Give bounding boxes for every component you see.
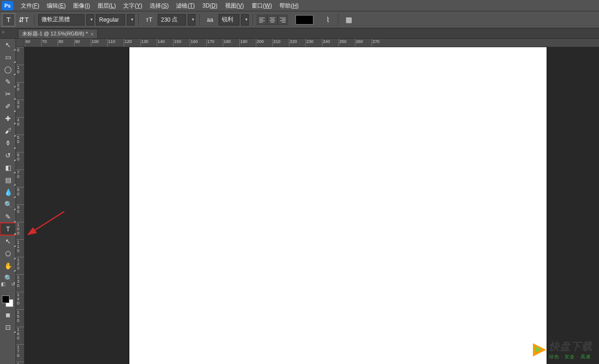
ruler-v-label: 1 0 xyxy=(17,66,24,74)
horizontal-ruler[interactable]: 6070809010011012013014015016017018019020… xyxy=(25,39,599,47)
tabs-handle-icon[interactable]: » xyxy=(2,29,8,36)
ruler-h-label: 260 xyxy=(356,39,363,44)
watermark-sub-text: 绿色 · 安全 · 高速 xyxy=(549,354,592,360)
ruler-h-label: 60 xyxy=(25,39,30,44)
ruler-v-label: 7 0 xyxy=(17,170,24,179)
dodge-tool[interactable]: 🔍 xyxy=(0,198,16,211)
menu-item-0[interactable]: 文件(F) xyxy=(17,0,43,11)
quick-select-tool[interactable]: ✎ xyxy=(0,76,16,88)
ruler-h-label: 70 xyxy=(42,39,47,44)
type-tool-indicator-icon: T xyxy=(2,13,15,26)
ruler-v-label: 1 7 0 xyxy=(17,345,24,358)
healing-tool[interactable]: ✚ xyxy=(0,112,16,125)
font-style-dropdown-arrow[interactable]: ▼ xyxy=(127,14,135,25)
ruler-v-label: 2 0 xyxy=(17,83,24,92)
swap-reset-colors[interactable]: ◧↺ xyxy=(0,286,16,293)
vertical-ruler[interactable]: 01 02 03 04 05 06 07 08 09 01 0 01 1 01 … xyxy=(16,47,25,364)
close-tab-button[interactable]: × xyxy=(91,31,93,37)
ruler-h-label: 220 xyxy=(290,39,297,44)
menu-bar: Ps 文件(F)编辑(E)图像(I)图层(L)文字(Y)选择(S)滤镜(T)3D… xyxy=(0,0,599,11)
font-size-dropdown-arrow[interactable]: ▼ xyxy=(188,14,195,25)
ruler-origin[interactable] xyxy=(16,39,25,47)
screen-mode-button[interactable]: ⊡ xyxy=(0,321,16,333)
antialias-dropdown-arrow[interactable]: ▼ xyxy=(241,14,249,25)
ruler-h-label: 200 xyxy=(257,39,264,44)
ruler-v-label: 8 0 xyxy=(17,188,24,196)
move-tool[interactable]: ↖ xyxy=(0,39,16,51)
separator xyxy=(138,14,139,25)
ruler-v-label: 1 1 0 xyxy=(17,240,24,253)
history-brush-tool[interactable]: ↺ xyxy=(0,149,16,161)
separator xyxy=(34,14,34,25)
quickmask-button[interactable]: ◙ xyxy=(0,309,16,321)
options-bar: T ⇵T 微軟正黑體 ▼ Regular ▼ тT 230 点 ▼ aa 锐利 … xyxy=(0,11,599,28)
ruler-v-label: 1 0 0 xyxy=(17,223,24,236)
stamp-tool[interactable]: ⚱ xyxy=(0,137,16,149)
text-color-swatch[interactable] xyxy=(295,15,313,25)
canvas-viewport[interactable] xyxy=(25,47,599,364)
ruler-v-label: 1 4 0 xyxy=(17,293,24,305)
ruler-h-label: 110 xyxy=(108,39,115,44)
font-family-dropdown-arrow[interactable]: ▼ xyxy=(86,14,94,25)
crop-tool[interactable]: ✂ xyxy=(0,88,16,100)
foreground-color-swatch[interactable] xyxy=(2,296,9,303)
menu-item-3[interactable]: 图层(L) xyxy=(94,0,120,11)
ruler-v-label: 1 2 0 xyxy=(17,258,24,271)
align-center-button[interactable] xyxy=(267,15,278,25)
ruler-h-label: 180 xyxy=(224,39,231,44)
font-size-input[interactable]: 230 点 xyxy=(158,14,186,25)
ruler-v-label: 6 0 xyxy=(17,153,24,161)
ruler-v-label: 5 0 xyxy=(17,135,24,144)
hand-tool[interactable]: ✋ xyxy=(0,260,16,272)
ruler-h-label: 240 xyxy=(323,39,330,44)
workspace: ↖▭◯✎✂✐✚🖌⚱↺◧▤💧🔍✎T↖⬠✋🔍 ◧↺ ◙ ⊡ 607080901001… xyxy=(0,39,599,364)
ruler-h-label: 270 xyxy=(372,39,380,44)
warp-text-button[interactable]: ⌇ xyxy=(321,13,334,26)
font-family-value: 微軟正黑體 xyxy=(42,16,70,24)
menu-item-2[interactable]: 图像(I) xyxy=(69,0,93,11)
path-select-tool[interactable]: ↖ xyxy=(0,235,16,247)
font-family-dropdown[interactable]: 微軟正黑體 xyxy=(38,14,84,25)
menu-item-4[interactable]: 文字(Y) xyxy=(119,0,146,11)
blur-tool[interactable]: 💧 xyxy=(0,186,16,198)
ruler-h-label: 160 xyxy=(191,39,198,44)
type-tool[interactable]: T xyxy=(0,223,16,235)
gradient-tool[interactable]: ▤ xyxy=(0,174,16,186)
menu-item-7[interactable]: 3D(D) xyxy=(199,0,221,11)
menu-item-9[interactable]: 窗口(W) xyxy=(248,0,276,11)
pen-tool[interactable]: ✎ xyxy=(0,211,16,223)
ruler-h-label: 250 xyxy=(339,39,346,44)
toggle-orientation-button[interactable]: ⇵T xyxy=(17,13,30,26)
menu-item-8[interactable]: 视图(V) xyxy=(221,0,248,11)
watermark-logo-icon xyxy=(533,343,546,356)
separator xyxy=(199,14,200,25)
separator xyxy=(253,14,253,25)
menu-item-1[interactable]: 编辑(E) xyxy=(43,0,69,11)
align-right-button[interactable] xyxy=(278,15,288,25)
ruler-h-label: 100 xyxy=(92,39,99,44)
eraser-tool[interactable]: ◧ xyxy=(0,161,16,174)
shape-tool[interactable]: ⬠ xyxy=(0,247,16,260)
align-left-button[interactable] xyxy=(257,15,267,25)
lasso-tool[interactable]: ◯ xyxy=(0,63,16,76)
menu-item-10[interactable]: 帮助(H) xyxy=(276,0,303,11)
document-tab-title: 未标题-1 @ 12.5%(RGB/8) * xyxy=(22,30,88,37)
ruler-v-label: 3 0 xyxy=(17,101,24,109)
menu-item-6[interactable]: 滤镜(T) xyxy=(172,0,198,11)
character-panel-button[interactable]: ▦ xyxy=(342,13,355,26)
foreground-background-color[interactable] xyxy=(0,295,16,309)
marquee-tool[interactable]: ▭ xyxy=(0,51,16,63)
toolbox: ↖▭◯✎✂✐✚🖌⚱↺◧▤💧🔍✎T↖⬠✋🔍 ◧↺ ◙ ⊡ xyxy=(0,39,16,364)
ruler-h-label: 170 xyxy=(207,39,214,44)
font-size-icon: тT xyxy=(143,13,156,26)
document-canvas[interactable] xyxy=(129,47,547,364)
text-align-group xyxy=(257,15,288,25)
antialias-dropdown[interactable]: 锐利 xyxy=(219,14,239,25)
antialias-icon: aa xyxy=(203,13,217,26)
eyedropper-tool[interactable]: ✐ xyxy=(0,100,16,112)
brush-tool[interactable]: 🖌 xyxy=(0,125,16,137)
font-style-dropdown[interactable]: Regular xyxy=(96,14,125,25)
document-tab[interactable]: 未标题-1 @ 12.5%(RGB/8) * × xyxy=(18,29,98,38)
ruler-h-label: 130 xyxy=(141,39,148,44)
menu-item-5[interactable]: 选择(S) xyxy=(146,0,172,11)
